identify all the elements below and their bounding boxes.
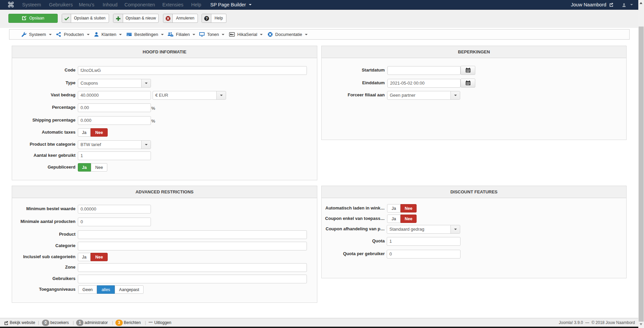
- svg-text:?: ?: [205, 16, 208, 20]
